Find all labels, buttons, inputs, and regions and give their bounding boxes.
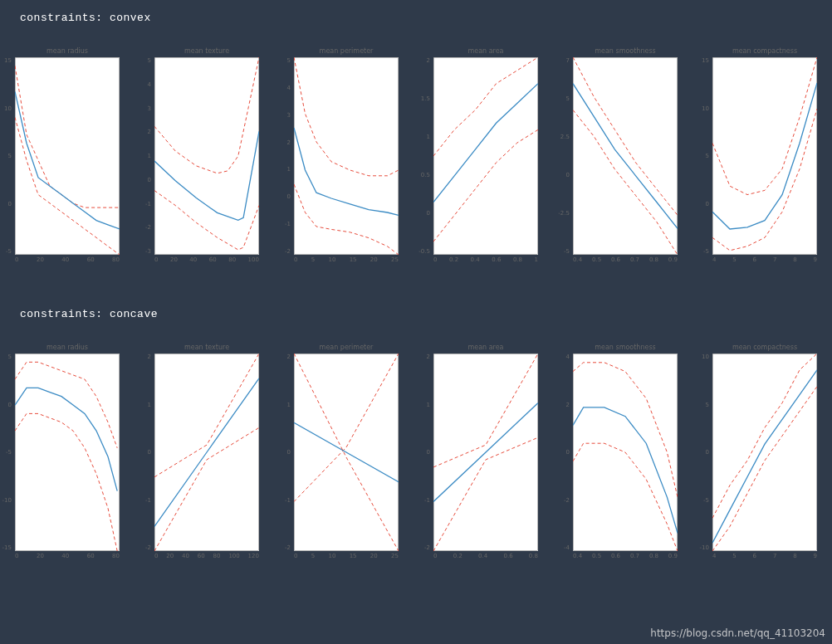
svg-rect-1 [155, 58, 259, 255]
page: { "sections":[ {"label":"constraints: co… [0, 0, 832, 644]
chart-axes: 21.510.50-0.5 [433, 57, 538, 255]
chart-cell: mean area21.510.50-0.500.20.40.60.81 [433, 57, 538, 263]
svg-rect-6 [16, 354, 120, 551]
chart-row-concave: mean radius50-5-10-15020406080mean textu… [0, 320, 832, 559]
svg-rect-2 [295, 58, 399, 255]
chart-cell: mean smoothness420-2-40.40.50.60.70.80.9 [573, 354, 678, 559]
chart-title: mean smoothness [573, 47, 678, 55]
chart-axes: 151050-5 [712, 57, 817, 255]
chart-axes: 50-5-10-15 [15, 354, 120, 551]
chart-title: mean compactness [712, 47, 817, 55]
chart-row-convex: mean radius151050-5020406080mean texture… [0, 24, 832, 263]
chart-axes: 210-1-2 [154, 354, 259, 551]
chart-title: mean area [433, 344, 538, 351]
chart-cell: mean compactness151050-5456789 [712, 57, 817, 263]
chart-cell: mean radius151050-5020406080 [15, 57, 120, 263]
chart-axes: 543210-1-2 [294, 57, 399, 255]
chart-cell: mean compactness1050-5-10456789 [712, 354, 817, 559]
chart-axes: 420-2-4 [573, 354, 678, 551]
chart-title: mean smoothness [573, 344, 678, 351]
chart-axes: 151050-5 [15, 57, 120, 255]
chart-title: mean perimeter [294, 47, 399, 55]
chart-title: mean texture [154, 344, 259, 351]
section-label-convex: constraints: convex [0, 0, 832, 24]
chart-axes: 543210-1-2-3 [154, 57, 259, 255]
chart-cell: mean texture210-1-2020406080100120 [154, 354, 259, 559]
chart-axes: 1050-5-10 [712, 354, 817, 551]
chart-axes: 752.50-2.5-5 [573, 57, 678, 255]
chart-cell: mean texture543210-1-2-3020406080100 [154, 57, 259, 263]
chart-axes: 210-1-2 [433, 354, 538, 551]
svg-rect-11 [713, 354, 817, 551]
chart-title: mean radius [15, 344, 120, 351]
chart-title: mean radius [15, 47, 120, 55]
chart-title: mean area [433, 47, 538, 55]
chart-title: mean perimeter [294, 344, 399, 351]
watermark-text: https://blog.csdn.net/qq_41103204 [650, 627, 825, 639]
svg-rect-5 [713, 58, 817, 255]
chart-title: mean compactness [712, 344, 817, 351]
chart-cell: mean perimeter210-1-20510152025 [294, 354, 399, 559]
section-label-concave: constraints: concave [0, 296, 832, 320]
chart-axes: 210-1-2 [294, 354, 399, 551]
chart-cell: mean smoothness752.50-2.5-50.40.50.60.70… [573, 57, 678, 263]
chart-cell: mean perimeter543210-1-20510152025 [294, 57, 399, 263]
svg-rect-3 [434, 58, 538, 255]
chart-cell: mean area210-1-200.20.40.60.8 [433, 354, 538, 559]
svg-rect-4 [574, 58, 678, 255]
chart-title: mean texture [154, 47, 259, 55]
chart-cell: mean radius50-5-10-15020406080 [15, 354, 120, 559]
